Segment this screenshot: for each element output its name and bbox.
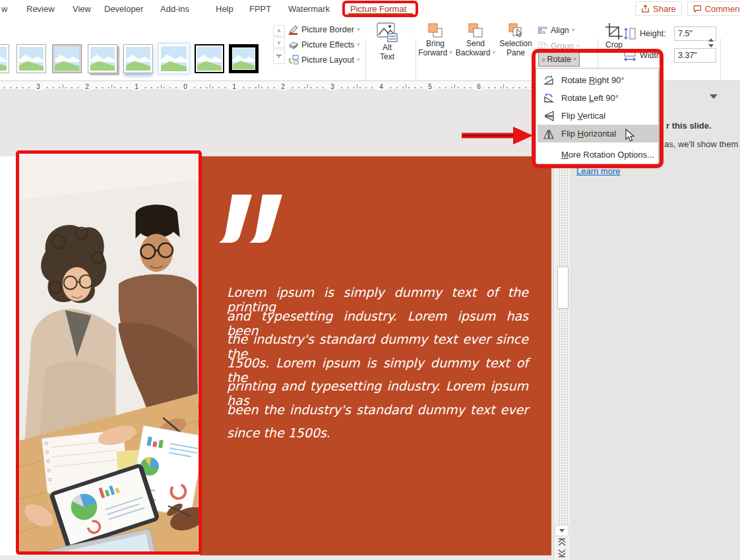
width-input[interactable]: 3.37" <box>674 48 716 63</box>
picture-border-icon <box>288 24 299 35</box>
learn-more-link[interactable]: Learn more <box>576 166 620 176</box>
flip-horizontal-icon <box>543 128 555 140</box>
chevron-down-icon: ˅ <box>449 50 452 55</box>
group-icon <box>538 42 548 51</box>
picture-layout-button[interactable]: Picture Layout ˅ <box>288 53 360 67</box>
ruler-number: 1 <box>133 83 140 90</box>
menu-item-rotate-left-90[interactable]: Rotate Left 90° <box>538 89 658 107</box>
height-input[interactable]: 7.5" <box>674 26 716 41</box>
picture-styles-gallery <box>0 18 270 81</box>
picture-effects-icon <box>288 40 299 50</box>
tab-fppt[interactable]: FPPT <box>249 4 271 14</box>
picture-style-thumbnail[interactable] <box>195 44 224 73</box>
tab-add-ins[interactable]: Add-ins <box>160 4 189 14</box>
gallery-scroll-up-button[interactable]: ˄ <box>273 25 285 36</box>
picture-style-thumbnail[interactable] <box>88 44 117 73</box>
share-button[interactable]: Share <box>635 1 682 16</box>
picture-layout-label: Picture Layout <box>301 55 354 65</box>
picture-effects-button[interactable]: Picture Effects ˅ <box>288 38 360 51</box>
slide-photo[interactable] <box>19 154 199 551</box>
quote-marks <box>218 195 290 246</box>
chevron-down-icon: ˅ <box>613 49 616 55</box>
gallery-more-button[interactable]: ˅ <box>273 49 285 64</box>
picture-style-thumbnail[interactable] <box>16 44 46 73</box>
picture-border-label: Picture Border <box>301 25 354 34</box>
chevron-down-icon: ˅ <box>357 57 360 63</box>
align-button[interactable]: Align ˅ <box>538 24 574 37</box>
height-icon <box>623 27 637 40</box>
ruler-number: 3 <box>328 83 336 90</box>
menu-item-rotate-right-90[interactable]: Rotate Right 90° <box>538 71 658 89</box>
next-slide-button[interactable] <box>557 549 567 557</box>
rotate-label: Rotate <box>547 55 571 64</box>
tab-watermark[interactable]: Watermark <box>288 4 330 14</box>
pane-heading-fragment: r this slide. <box>666 121 712 131</box>
height-step-down[interactable] <box>708 44 714 47</box>
selection-pane-label-line1: Selection <box>499 39 532 48</box>
comments-button[interactable]: Comment <box>687 1 740 16</box>
picture-style-thumbnail[interactable] <box>0 44 9 73</box>
rotate-button[interactable]: Rotate ˅ <box>538 52 580 67</box>
picture-style-thumbnail[interactable] <box>229 44 259 73</box>
quote-text-line[interactable]: since the 1500s. <box>227 425 528 440</box>
menu-item-flip-vertical[interactable]: Flip Vertical <box>538 107 658 125</box>
photo-annotation-border <box>16 150 202 555</box>
ruler-number: 3 <box>34 83 42 90</box>
picture-style-thumbnail[interactable] <box>123 44 153 73</box>
width-label: Width: <box>640 51 663 60</box>
ruler-number: 6 <box>475 83 483 90</box>
tab-picture-format[interactable]: Picture Format <box>350 4 406 14</box>
rotate-right-icon <box>543 75 555 86</box>
picture-style-thumbnail[interactable] <box>52 44 82 73</box>
mouse-cursor <box>625 129 635 142</box>
ruler-ticks <box>0 86 532 89</box>
picture-effects-label: Picture Effects <box>301 40 354 49</box>
chevron-down-icon: ˅ <box>573 57 576 62</box>
ruler-number: 0 <box>181 83 189 90</box>
chevron-down-icon <box>559 529 564 532</box>
bring-forward-icon <box>427 22 444 39</box>
crop-label: Crop <box>605 40 623 49</box>
chevron-down-icon: ˅ <box>576 44 580 49</box>
picture-style-thumbnail[interactable] <box>159 44 189 73</box>
height-field-row: Height: <box>623 27 666 40</box>
picture-border-button[interactable]: Picture Border ˅ <box>288 23 360 36</box>
crop-icon <box>604 22 624 40</box>
group-label: Group <box>551 42 574 51</box>
height-step-up[interactable] <box>708 38 714 42</box>
rotate-dropdown-menu: Rotate Right 90° Rotate Left 90° Flip Ve… <box>536 68 659 164</box>
menu-item-flip-horizontal[interactable]: Flip Horizontal <box>538 125 658 142</box>
menubar: w Review View Developer Add-ins Help FPP… <box>0 0 740 18</box>
tab-developer[interactable]: Developer <box>104 4 143 14</box>
width-icon <box>623 49 637 62</box>
width-value: 3.37" <box>678 51 697 60</box>
align-label: Align <box>551 26 569 35</box>
bring-forward-label-line2-wrap: Forward ˅ <box>418 48 452 57</box>
previous-slide-button[interactable] <box>557 538 567 547</box>
alt-text-icon <box>376 22 398 43</box>
tab-help[interactable]: Help <box>216 4 233 14</box>
tab-review[interactable]: Review <box>26 4 55 14</box>
rotate-left-icon <box>543 92 555 104</box>
ruler-halftick <box>357 84 357 88</box>
ruler-halftick <box>307 84 308 88</box>
ruler-halftick <box>503 84 504 88</box>
ruler-halftick <box>210 84 210 88</box>
ruler-number: 2 <box>83 83 91 90</box>
send-backward-button[interactable]: Send Backward ˅ <box>455 22 496 57</box>
pane-collapse-chevron-icon[interactable] <box>710 94 718 99</box>
bring-forward-label-line1: Bring <box>426 39 445 48</box>
send-backward-icon <box>467 22 484 39</box>
gallery-scroll-down-button[interactable]: ˅ <box>273 37 285 48</box>
bring-forward-button[interactable]: Bring Forward ˅ <box>417 22 454 57</box>
selection-pane-button[interactable]: Selection Pane <box>497 22 534 57</box>
quote-text-line[interactable]: been the industry's standard dummy text … <box>227 402 528 417</box>
menu-item-more-rotation-options[interactable]: More Rotation Options... <box>538 146 658 164</box>
group-button[interactable]: Group ˅ <box>538 40 579 53</box>
alt-text-button[interactable]: Alt Text <box>369 22 405 61</box>
scroll-down-button[interactable] <box>555 525 569 536</box>
alt-text-label-line1: Alt <box>383 43 392 52</box>
tab-fragment[interactable]: w <box>1 4 7 14</box>
vertical-scrollbar-thumb[interactable] <box>557 266 569 309</box>
tab-view[interactable]: View <box>73 4 91 14</box>
